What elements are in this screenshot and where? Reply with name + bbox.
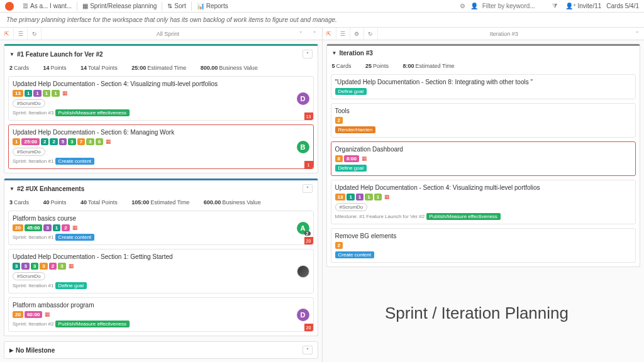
card-ambassador-program[interactable]: Platform ambassdor program 20 60:00 ▦ D … — [8, 297, 314, 332]
avatar: A2 — [297, 222, 309, 234]
card-basics-course[interactable]: Platform basics course 20 45:00 3 1 2 ▦ … — [8, 211, 314, 245]
card-title: Updated Help Documentation - Section 1: … — [13, 253, 309, 260]
calendar-icon: ▦ — [82, 3, 88, 9]
hierarchy-icon[interactable]: ⇱ — [0, 28, 14, 40]
cards-count: Cards 5/4/1 — [606, 3, 639, 9]
points-corner: 1 — [304, 161, 313, 168]
collapse-icon: ▼ — [332, 50, 337, 56]
card-badges: 13 1 1 1 1 ▦ — [13, 90, 309, 97]
filter-input[interactable] — [480, 1, 549, 11]
calendar-icon: ▦ — [72, 224, 78, 231]
card-title: Tools — [335, 107, 632, 114]
add-user-icon: 👤⁺ — [565, 3, 576, 9]
chevron-down-icon[interactable]: ˅ — [303, 184, 313, 193]
card-title: "Updated Help Documentation - Section 8:… — [335, 79, 632, 85]
status-pill: Publish/Measure effectiveness — [426, 213, 501, 220]
collapse-icon: ▼ — [9, 52, 14, 57]
backlog-header: ⇱ ☰ ↻ All Sprint ˅ ˃ — [0, 28, 322, 40]
user-icon[interactable]: 👤 — [469, 1, 480, 12]
card-help-doc-section8[interactable]: "Updated Help Documentation - Section 8:… — [331, 74, 636, 99]
iteration-title: Iteration #3 — [378, 31, 631, 37]
card-title: Updated Help Documentation - Section 4: … — [13, 80, 309, 87]
milestone-none: ▶ No Milestone ˅ — [4, 341, 318, 359]
tag-scrumdo: #ScrumDo — [335, 203, 368, 211]
gear-icon[interactable]: ⚙ — [457, 1, 469, 12]
status-pill: Create content — [55, 234, 94, 241]
status-pill: Render/Harden — [335, 126, 376, 133]
app-logo[interactable] — [5, 2, 14, 11]
avatar-photo — [297, 265, 309, 278]
overlay-caption: Sprint / Iteration Planning — [385, 303, 569, 324]
backlog-title: All Sprint — [42, 31, 294, 37]
chevron-down-icon[interactable]: ˅ — [303, 346, 313, 354]
milestone-header[interactable]: ▶ No Milestone ˅ — [4, 342, 318, 358]
gear-icon[interactable]: ⚙ — [350, 28, 364, 40]
card-badges: 1 25:00 2 2 5 3 7 3 6 ▦ — [13, 138, 309, 145]
calendar-icon: ▦ — [362, 155, 367, 162]
status-pill: Create content — [335, 251, 374, 258]
card-org-dashboard[interactable]: Organization Dashboard 8 8:00 ▦ Define g… — [331, 141, 636, 176]
points-corner: 20 — [304, 237, 313, 244]
milestone-header[interactable]: ▼ #1 Feature Launch for Ver #2 ˅ — [4, 46, 318, 62]
card-help-doc-section1[interactable]: Updated Help Documentation - Section 1: … — [8, 249, 314, 293]
chevron-down-icon[interactable]: ˅ — [630, 31, 644, 37]
card-help-doc-section6[interactable]: Updated Help Documentation - Section 6: … — [8, 124, 314, 169]
refresh-icon[interactable]: ↻ — [28, 28, 42, 40]
tag-scrumdo: #ScrumDo — [13, 99, 45, 107]
backlog-pane: ⇱ ☰ ↻ All Sprint ˅ ˃ ▼ #1 Feature Launch… — [0, 28, 323, 362]
calendar-icon: ▦ — [384, 194, 390, 200]
avatar: D — [297, 92, 309, 105]
card-tools[interactable]: Tools 2 Render/Harden — [331, 103, 636, 138]
tool-reports[interactable]: 📊Reports — [193, 1, 232, 11]
iteration-stats: 5Cards 25Points 8:00Estimated Time — [327, 60, 640, 74]
milestone-stats: 2Cards 14Points 14Total Points 25:00Esti… — [4, 62, 318, 76]
milestone-feature-launch: ▼ #1 Feature Launch for Ver #2 ˅ 2Cards … — [4, 44, 318, 173]
tool-sprint-planning[interactable]: ▦Sprint/Release planning — [79, 1, 160, 11]
milestone-stats: 3Cards 40Points 40Total Points 105:00Est… — [4, 197, 318, 211]
calendar-icon: ▦ — [45, 311, 50, 318]
card-help-doc-section4[interactable]: Updated Help Documentation - Section 4: … — [8, 76, 314, 121]
card-title: Remove BG elements — [335, 233, 632, 239]
chart-icon: 📊 — [197, 3, 204, 9]
status-pill: Define goal — [335, 88, 367, 95]
workspace-description: The primary planning interface for the w… — [0, 13, 644, 28]
chevron-down-icon[interactable]: ˅ — [294, 31, 308, 37]
card-title: Updated Help Documentation - Section 6: … — [13, 129, 309, 136]
card-title: Updated Help Documentation - Section 4: … — [335, 184, 632, 191]
refresh-icon[interactable]: ↻ — [364, 28, 378, 40]
avatar: B — [297, 141, 309, 153]
topbar: ☰As a... I want... ▦Sprint/Release plann… — [0, 0, 644, 13]
card-help-doc-section4-r[interactable]: Updated Help Documentation - Section 4: … — [331, 180, 636, 224]
milestone-header[interactable]: ▼ #2 #UX Enhancements ˅ — [4, 180, 318, 197]
expand-icon: ▶ — [9, 348, 13, 353]
chevron-down-icon[interactable]: ˅ — [303, 50, 313, 58]
tool-sort[interactable]: ⇅Sort — [164, 1, 189, 11]
list-view-icon[interactable]: ☰ — [336, 28, 350, 40]
close-icon[interactable]: ˃ — [308, 31, 322, 37]
funnel-icon[interactable]: ⧩ — [549, 1, 560, 12]
invite-link[interactable]: 👤⁺ Invite/11 — [565, 3, 602, 9]
avatar: D — [297, 309, 309, 321]
card-title: Platform ambassdor program — [13, 302, 309, 309]
backlog-body: ▼ #1 Feature Launch for Ver #2 ˅ 2Cards … — [0, 40, 322, 362]
card-title: Platform basics course — [13, 215, 309, 222]
iteration-group-header[interactable]: ▼ Iteration #3 — [327, 46, 640, 60]
list-view-icon[interactable]: ☰ — [14, 28, 28, 40]
iteration-group: ▼ Iteration #3 5Cards 25Points 8:00Estim… — [326, 44, 641, 267]
card-remove-bg[interactable]: Remove BG elements 2 Create content — [331, 228, 636, 263]
status-pill: Publish/Measure effectiveness — [55, 321, 130, 327]
status-pill: Define goal — [55, 282, 87, 289]
sort-icon: ⇅ — [167, 3, 172, 9]
calendar-icon: ▦ — [106, 138, 111, 145]
status-pill: Define goal — [335, 165, 367, 172]
hierarchy-icon[interactable]: ⇱ — [323, 28, 336, 40]
list-icon: ☰ — [23, 3, 28, 9]
tool-story[interactable]: ☰As a... I want... — [19, 1, 75, 11]
status-pill: Publish/Measure effectiveness — [55, 109, 130, 116]
calendar-icon: ▦ — [69, 263, 74, 270]
milestone-ux-enhancements: ▼ #2 #UX Enhancements ˅ 3Cards 40Points … — [4, 178, 318, 336]
iteration-header: ⇱ ☰ ⚙ ↻ Iteration #3 ˅ — [323, 28, 645, 40]
card-title: Organization Dashboard — [335, 146, 632, 153]
points-corner: 13 — [304, 112, 313, 120]
points-corner: 20 — [304, 324, 313, 331]
